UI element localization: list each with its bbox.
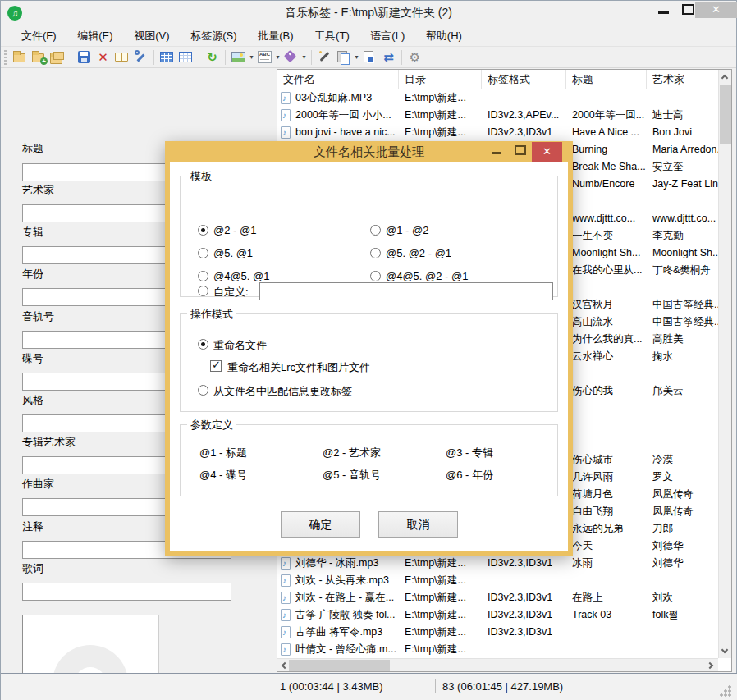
radio-template-custom[interactable] [198, 286, 208, 296]
column-tagformat[interactable]: 标签格式 [482, 70, 566, 89]
table-row[interactable]: 03心乱如麻.MP3 E:\tmp\新建... [277, 89, 718, 107]
tag-dropdown-icon[interactable]: ▾ [300, 53, 308, 61]
table-row[interactable]: 刘德华 - 冰雨.mp3 E:\tmp\新建... ID3v2.3,ID3v1 … [277, 555, 718, 572]
copy-save-icon[interactable] [361, 48, 378, 66]
status-selected-info: 1 (00:03:44 | 3.43MB) [280, 680, 383, 693]
menu-help[interactable]: 帮助(H) [417, 25, 471, 46]
param-1: @1 - 标题 [199, 446, 247, 460]
grid-outline-icon[interactable] [177, 48, 195, 66]
vertical-scroll-thumb[interactable] [720, 85, 731, 144]
tag-icon[interactable] [282, 48, 300, 66]
scroll-down-icon[interactable] [719, 644, 732, 658]
scroll-up-icon[interactable] [719, 70, 732, 84]
field-label: 年份 [22, 267, 43, 281]
grid-filled-icon[interactable] [158, 48, 176, 66]
field-label: 注释 [22, 519, 43, 534]
cell-title [566, 434, 647, 451]
column-filename[interactable]: 文件名 [277, 70, 399, 89]
cell-title [566, 365, 647, 382]
dialog-minimize-button[interactable] [487, 141, 508, 161]
column-title[interactable]: 标题 [566, 70, 647, 89]
dialog-maximize-button[interactable] [511, 141, 531, 161]
custom-template-input[interactable] [259, 282, 553, 300]
cell-title: 伤心城市 [566, 451, 647, 469]
dialog-titlebar: 文件名相关批量处理 ✕ [165, 141, 573, 162]
radio-rename-file[interactable] [198, 339, 208, 350]
title-field-label: 标题 [22, 141, 43, 156]
table-row[interactable]: 古筝 广陵散 独奏 fol... E:\tmp\新建... ID3v2.3,ID… [277, 606, 718, 624]
paste-icon[interactable] [335, 48, 352, 66]
menu-view[interactable]: 视图(V) [125, 25, 178, 46]
radio-template-4[interactable] [198, 271, 208, 281]
radio-template-0[interactable] [198, 225, 208, 236]
menu-batch[interactable]: 批量(B) [249, 25, 302, 46]
lyrics-dropdown-icon[interactable]: ▾ [274, 53, 282, 61]
cell-artist: 凤凰传奇 [647, 486, 718, 503]
rename-lrc-checkbox[interactable] [210, 360, 222, 372]
wrench-icon[interactable] [132, 48, 149, 66]
radio-template-3[interactable] [370, 248, 381, 258]
table-row[interactable]: 刘欢 - 从头再来.mp3 E:\tmp\新建... [277, 572, 718, 589]
radio-match-from-filename[interactable] [198, 385, 208, 396]
table-row[interactable]: 2000年等一回 小小... E:\tmp\新建... ID3v2.3,APEv… [277, 107, 718, 124]
table-row[interactable]: 叶倩文 - 曾经心痛.m... E:\tmp\新建... [277, 641, 718, 658]
table-header: 文件名 目录 标签格式 标题 艺术家 [277, 70, 718, 89]
column-artist[interactable]: 艺术家 [647, 70, 718, 89]
book-icon[interactable] [113, 48, 130, 66]
radio-template-2[interactable] [198, 248, 208, 258]
menu-edit[interactable]: 编辑(E) [68, 25, 121, 46]
folders-icon[interactable] [49, 48, 66, 66]
panel-splitter[interactable] [16, 68, 16, 672]
cell-title [566, 417, 647, 434]
cell-directory: E:\tmp\新建... [399, 572, 482, 589]
image-dropdown-icon[interactable]: ▾ [248, 53, 255, 61]
horizontal-scroll-thumb[interactable] [289, 660, 390, 671]
delete-icon[interactable]: ✕ [94, 48, 112, 66]
toolbar: + ✕ ↻ ▾ ABC ▾ ▾ ▾ ⇄ ⚙ [1, 47, 736, 68]
cell-artist: 高胜美 [647, 331, 718, 348]
image-icon[interactable] [230, 48, 247, 66]
wand-icon[interactable] [316, 48, 333, 66]
settings-gear-icon[interactable]: ⚙ [406, 48, 423, 66]
add-folder-icon[interactable]: + [30, 48, 48, 66]
menu-tools[interactable]: 工具(T) [305, 25, 359, 46]
template-group: 模板 @2 - @1 @1 - @2 @5. @1 @5. @2 - @1 @4… [180, 176, 558, 297]
resize-grip[interactable] [719, 684, 731, 697]
dialog-close-button[interactable]: ✕ [532, 142, 562, 162]
vertical-scrollbar[interactable] [718, 70, 731, 658]
table-row[interactable]: 古筝曲 将军令.mp3 E:\tmp\新建... ID3v2.3,ID3v1 [277, 624, 718, 641]
radio-template-5[interactable] [370, 271, 381, 281]
cell-artist: Bon Jovi [647, 124, 718, 141]
menu-file[interactable]: 文件(F) [12, 25, 66, 46]
minimize-button[interactable] [654, 1, 675, 19]
save-icon[interactable] [76, 48, 93, 66]
app-window: ♫ 音乐标签 - E:\tmp\新建文件夹 (2) ✕ 文件(F) 编辑(E) … [0, 0, 737, 700]
radio-template-1[interactable] [370, 225, 381, 236]
param-4: @4 - 碟号 [199, 468, 247, 483]
horizontal-scrollbar[interactable] [277, 658, 718, 671]
cell-artist [647, 434, 718, 451]
ok-button[interactable]: 确定 [281, 511, 360, 538]
param-5: @5 - 音轨号 [323, 468, 381, 483]
cell-title: 为什么我的真... [566, 331, 647, 348]
column-directory[interactable]: 目录 [399, 70, 482, 89]
table-row[interactable]: bon jovi - have a nic... E:\tmp\新建... ID… [277, 124, 718, 141]
cell-title: Moonlight Sh... [566, 245, 647, 262]
lyrics-icon[interactable]: ABC [256, 48, 273, 66]
field-label: 艺术家 [22, 183, 54, 198]
cancel-button[interactable]: 取消 [378, 511, 458, 538]
paste-dropdown-icon[interactable]: ▾ [353, 53, 360, 61]
scroll-right-icon[interactable] [705, 659, 718, 672]
cell-title: 几许风雨 [566, 469, 647, 486]
cell-title: 云水禅心 [566, 348, 647, 365]
cell-title [566, 572, 647, 589]
close-button[interactable]: ✕ [695, 2, 737, 18]
tag-field-input[interactable] [22, 583, 231, 601]
maximize-icon [515, 145, 526, 155]
menu-language[interactable]: 语言(L) [361, 25, 414, 46]
table-row[interactable]: 刘欢 - 在路上 - 赢在... E:\tmp\新建... ID3v2.3,ID… [277, 589, 718, 606]
menu-tag-source[interactable]: 标签源(S) [181, 25, 245, 46]
open-folder-icon[interactable] [11, 48, 29, 66]
refresh-icon[interactable]: ↻ [204, 48, 221, 66]
exchange-icon[interactable]: ⇄ [380, 48, 397, 66]
